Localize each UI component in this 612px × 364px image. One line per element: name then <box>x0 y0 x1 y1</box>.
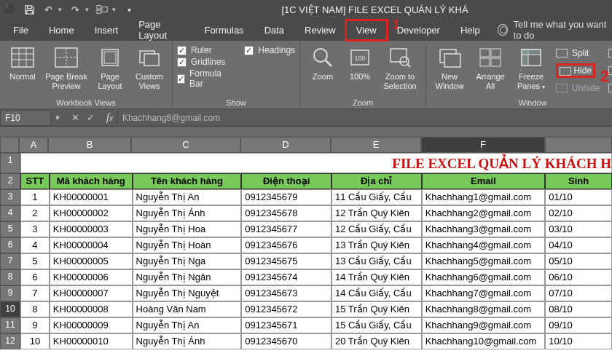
column-header[interactable]: C <box>131 137 240 153</box>
zoom-button[interactable]: Zoom <box>305 44 341 82</box>
table-header-cell[interactable]: Sinh <box>545 173 612 189</box>
cell[interactable]: KH00000002 <box>50 205 133 221</box>
cell[interactable]: Khachhang10@gmail.com <box>422 333 546 349</box>
cell[interactable]: 8 <box>20 301 50 317</box>
cell[interactable]: Nguyễn Thị Nguyệt <box>133 285 242 301</box>
cell[interactable]: 04/10 <box>545 237 612 253</box>
cell[interactable]: Khachhang7@gmail.com <box>422 285 546 301</box>
cell[interactable]: 15 Trần Quý Kiên <box>332 301 422 317</box>
cell[interactable]: Khachhang5@gmail.com <box>422 253 546 269</box>
cell[interactable]: KH00000010 <box>50 333 133 349</box>
row-header[interactable]: 4 <box>0 205 20 221</box>
column-header[interactable]: A <box>19 137 48 153</box>
table-header-cell[interactable]: Email <box>422 173 546 189</box>
cell[interactable]: 1 <box>20 189 50 205</box>
cell[interactable]: 0912345673 <box>241 285 332 301</box>
cell[interactable]: Nguyễn Thị Ngân <box>133 269 242 285</box>
cell[interactable]: KH00000006 <box>50 269 133 285</box>
cell[interactable]: 9 <box>20 317 50 333</box>
ruler-checkbox[interactable]: ✓Ruler <box>177 45 225 55</box>
touch-mode-icon[interactable] <box>96 4 108 15</box>
page-break-preview-button[interactable]: Page Break Preview <box>44 44 89 90</box>
cell[interactable]: Hoàng Văn Nam <box>133 301 242 317</box>
tab-developer[interactable]: Developer <box>387 20 450 40</box>
cell[interactable]: Khachhang9@gmail.com <box>422 317 546 333</box>
cell[interactable]: KH00000009 <box>50 317 133 333</box>
column-header[interactable]: E <box>331 137 421 153</box>
cell[interactable]: Khachhang3@gmail.com <box>422 221 546 237</box>
cell[interactable]: Khachhang6@gmail.com <box>422 269 546 285</box>
cell[interactable]: 0912345677 <box>241 221 332 237</box>
cancel-formula-icon[interactable]: ✕ <box>71 112 79 123</box>
cell[interactable]: 0912345675 <box>241 253 332 269</box>
cell[interactable]: Nguyễn Thị An <box>133 317 242 333</box>
cell[interactable]: 5 <box>20 253 50 269</box>
tab-page-layout[interactable]: Page Layout <box>128 15 194 45</box>
cell[interactable]: 12 Cầu Giấy, Cầu <box>332 221 422 237</box>
formula-input[interactable]: Khachhang8@gmail.com <box>117 111 612 125</box>
cell[interactable]: 6 <box>20 269 50 285</box>
tab-view[interactable]: View 1 <box>346 20 387 40</box>
cell[interactable]: Nguyễn Thị An <box>133 189 242 205</box>
row-header[interactable]: 9 <box>0 285 20 301</box>
cell[interactable]: 0912345672 <box>241 301 332 317</box>
cell[interactable]: Khachhang1@gmail.com <box>422 189 546 205</box>
table-header-cell[interactable]: Điện thoại <box>241 173 332 189</box>
cell[interactable]: 14 Trần Quý Kiên <box>332 269 422 285</box>
row-header[interactable]: 7 <box>0 253 20 269</box>
table-header-cell[interactable]: Địa chỉ <box>332 173 422 189</box>
cell[interactable]: Khachhang2@gmail.com <box>422 205 546 221</box>
cell[interactable]: Nguyễn Thị Hoa <box>133 221 242 237</box>
cell[interactable]: Nguyễn Thị Hoàn <box>133 237 242 253</box>
cell[interactable]: 06/10 <box>545 269 612 285</box>
cell[interactable]: 08/10 <box>545 301 612 317</box>
cell[interactable]: 3 <box>20 221 50 237</box>
row-header[interactable]: 12 <box>0 333 20 349</box>
name-box[interactable]: F10 <box>0 110 51 126</box>
row-header[interactable]: 11 <box>0 317 20 333</box>
split-button[interactable]: Split <box>556 45 600 61</box>
cell[interactable]: 0912345676 <box>241 237 332 253</box>
cell[interactable]: 13 Cầu Giấy, Cầu <box>332 253 422 269</box>
tab-review[interactable]: Review <box>294 20 346 40</box>
tab-file[interactable]: File <box>3 20 39 40</box>
cell[interactable]: KH00000008 <box>50 301 133 317</box>
tab-insert[interactable]: Insert <box>85 20 129 40</box>
zoom-selection-button[interactable]: Zoom to Selection <box>379 44 421 90</box>
cell[interactable]: 0912345679 <box>241 189 332 205</box>
freeze-panes-button[interactable]: Freeze Panes ▾ <box>512 44 550 90</box>
cell[interactable]: 07/10 <box>545 285 612 301</box>
row-header[interactable]: 1 <box>0 153 20 173</box>
table-header-cell[interactable]: Mã khách hàng <box>50 173 133 189</box>
row-header[interactable]: 6 <box>0 237 20 253</box>
formula-bar-checkbox[interactable]: ✓Formula Bar <box>177 68 225 89</box>
cell[interactable]: 09/10 <box>545 317 612 333</box>
row-header[interactable]: 5 <box>0 221 20 237</box>
cell[interactable]: 15 Cầu Giấy, Cầu <box>332 317 422 333</box>
cell[interactable]: 02/10 <box>545 205 612 221</box>
save-icon[interactable] <box>23 4 35 15</box>
table-header-cell[interactable]: Tên khách hàng <box>133 173 242 189</box>
view-side-by-side-button[interactable] <box>608 45 612 61</box>
cell[interactable]: KH00000003 <box>50 221 133 237</box>
cell[interactable]: 4 <box>20 237 50 253</box>
cell[interactable]: 7 <box>20 285 50 301</box>
redo-icon[interactable]: ↷ <box>69 4 81 15</box>
zoom-100-button[interactable]: 100 100% <box>344 44 376 82</box>
cell[interactable]: 13 Trần Quý Kiên <box>332 237 422 253</box>
row-header[interactable]: 10 <box>0 301 20 317</box>
hide-button[interactable]: Hide 2 <box>556 63 600 79</box>
cell[interactable]: 11 Cầu Giấy, Cầu <box>332 189 422 205</box>
row-header[interactable]: 8 <box>0 269 20 285</box>
cell[interactable]: 14 Cầu Giấy, Cầu <box>332 285 422 301</box>
tab-home[interactable]: Home <box>39 20 85 40</box>
undo-icon[interactable]: ↶ <box>42 4 54 15</box>
row-header[interactable]: 3 <box>0 189 20 205</box>
row-header[interactable]: 2 <box>0 173 20 189</box>
enter-formula-icon[interactable]: ✓ <box>87 112 95 123</box>
cell[interactable]: 0912345671 <box>241 317 332 333</box>
cell[interactable]: KH00000001 <box>50 189 133 205</box>
tab-data[interactable]: Data <box>254 20 294 40</box>
cell[interactable]: 0912345678 <box>241 205 332 221</box>
cell[interactable]: Nguyễn Thị Ánh <box>133 333 242 349</box>
